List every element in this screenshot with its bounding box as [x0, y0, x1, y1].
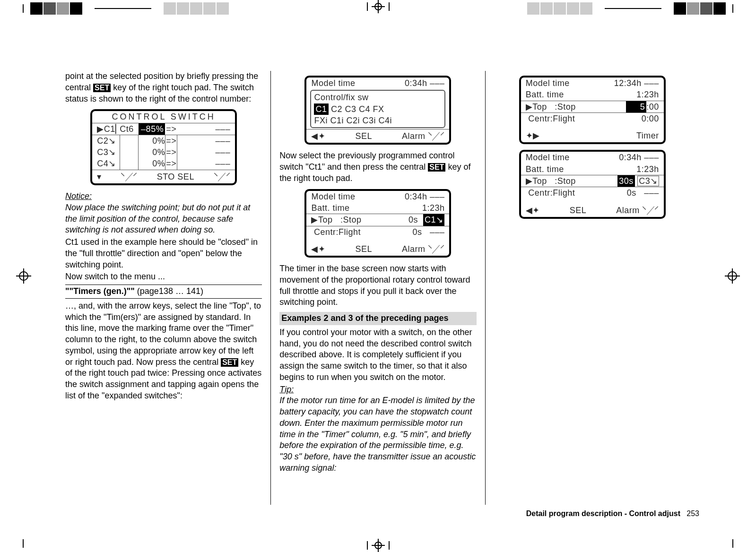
- lcd-col3-b: Model time0:34h ––– Batt. time1:23h ▶Top…: [519, 150, 666, 218]
- reg-mark-right: [725, 268, 740, 284]
- switch-icon: ⸌╱⸍: [121, 171, 138, 182]
- reg-mark-left: [16, 268, 31, 284]
- para-arrowkeys: …, and, with the arrow keys, select the …: [65, 301, 262, 402]
- lcd-col3-a: Model time12:34h ––– Batt. time1:23h ▶To…: [519, 76, 666, 144]
- alarm-label: Alarm ⸌╱⸍: [402, 130, 445, 142]
- timer-label: Timer: [636, 130, 659, 141]
- reg-mark-top: [363, 2, 393, 11]
- lcd-title: CONTROL SWITCH: [92, 111, 235, 122]
- nav-icon: ◀✦: [311, 243, 325, 255]
- column-1: point at the selected position by briefl…: [57, 71, 270, 505]
- intro-para: point at the selected position by briefl…: [65, 71, 262, 104]
- para-select-ct1: Now select the previously programmed con…: [279, 150, 476, 184]
- set-key: SET: [221, 358, 238, 367]
- set-key: SET: [93, 84, 111, 92]
- para-timer-base: The timer in the base screen now starts …: [279, 263, 476, 308]
- nav-icon: ◀✦: [526, 205, 540, 216]
- page-footer: Detail program description - Control adj…: [526, 509, 699, 518]
- column-3: Model time12:34h ––– Batt. time1:23h ▶To…: [485, 71, 699, 505]
- alarm-label: Alarm ⸌╱⸍: [402, 243, 445, 255]
- para-examples: If you control your motor with a switch,…: [279, 327, 476, 383]
- notice-head: Notice:: [65, 191, 262, 202]
- page-body: point at the selected position by briefl…: [57, 71, 699, 505]
- lcd-control-switch: CONTROL SWITCH ▶C1▏Ct6–85%=>––– C2↘0%=>–…: [90, 109, 237, 185]
- nav-icon: ✦▶: [526, 130, 540, 141]
- switch-icon: ⸌╱⸍: [214, 171, 231, 182]
- para-switch-menu: Now switch to the menu ...: [65, 271, 262, 283]
- nav-icon: ◀✦: [311, 130, 325, 142]
- notice-body: Now place the switching point; but do no…: [65, 202, 262, 236]
- arrow-down-icon: ▾: [97, 171, 102, 182]
- alarm-label: Alarm ⸌╱⸍: [616, 205, 659, 216]
- tip-head: Tip:: [279, 384, 476, 396]
- tip-body: If the motor run time for an E-model is …: [279, 395, 476, 474]
- menu-line: ""Timers (gen.)"" (page138 … 141): [65, 285, 262, 297]
- column-2: Model time0:34h ––– Control/fix sw C1 C2…: [270, 71, 485, 505]
- examples-subhead: Examples 2 and 3 of the preceding pages: [279, 312, 476, 325]
- lcd-timer-ct1: Model time0:34h ––– Batt. time1:23h ▶Top…: [304, 189, 451, 258]
- para-ct1: Ct1 used in the example here should be "…: [65, 237, 262, 270]
- lcd-control-fix: Model time0:34h ––– Control/fix sw C1 C2…: [304, 76, 451, 145]
- reg-mark-bottom: [363, 541, 393, 550]
- set-key: SET: [428, 163, 445, 172]
